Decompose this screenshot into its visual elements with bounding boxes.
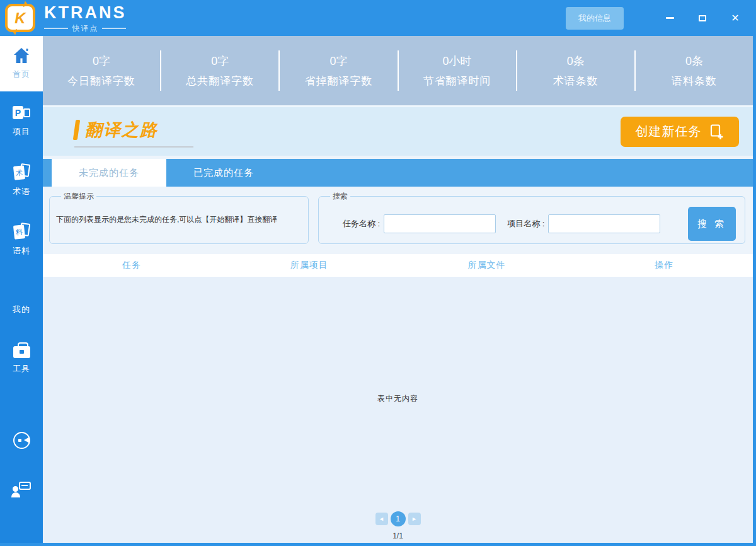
stat-label: 总共翻译字数 bbox=[161, 74, 278, 88]
sidebar-item-project[interactable]: P 项目 bbox=[0, 91, 43, 151]
section-title-band: 翻译之路 创建新任务 bbox=[43, 105, 753, 156]
stat-saved-words: 0字 省掉翻译字数 bbox=[280, 54, 397, 88]
titlebar: K KTRANS 快译点 我的信息 ✕ bbox=[0, 0, 756, 36]
minimize-button[interactable] bbox=[663, 11, 677, 25]
close-icon: ✕ bbox=[731, 13, 739, 23]
project-name-label: 项目名称 : bbox=[507, 218, 544, 229]
task-tabbar: 未完成的任务 已完成的任务 bbox=[43, 159, 753, 187]
profile-icon bbox=[13, 283, 30, 299]
tools-icon bbox=[13, 346, 30, 358]
sidebar-item-terminology[interactable]: 术 术语 bbox=[0, 151, 43, 210]
sidebar-item-label: 项目 bbox=[13, 126, 30, 137]
customer-service-icon[interactable] bbox=[13, 432, 30, 449]
terminology-icon: 术 bbox=[13, 164, 30, 181]
sidebar-item-label: 语料 bbox=[13, 245, 30, 257]
task-table-header: 任务 所属项目 所属文件 操作 bbox=[43, 254, 753, 277]
sidebar-item-tools[interactable]: 工具 bbox=[0, 328, 43, 388]
sidebar-item-corpus[interactable]: 料 语料 bbox=[0, 210, 43, 269]
stat-label: 节省翻译时间 bbox=[399, 74, 516, 88]
sidebar-item-home[interactable]: 首页 bbox=[0, 36, 43, 91]
close-button[interactable]: ✕ bbox=[728, 11, 742, 25]
page-1-button[interactable]: 1 bbox=[391, 511, 406, 526]
sidebar-item-label: 首页 bbox=[13, 69, 30, 80]
my-info-button[interactable]: 我的信息 bbox=[566, 7, 624, 30]
brand-name: KTRANS bbox=[44, 4, 127, 21]
brand-subtitle: 快译点 bbox=[44, 25, 126, 32]
minimize-icon bbox=[666, 17, 674, 19]
project-name-input[interactable] bbox=[548, 214, 660, 233]
column-file: 所属文件 bbox=[398, 260, 576, 271]
stat-today-words: 0字 今日翻译字数 bbox=[43, 54, 160, 88]
tip-text: 下面的列表显示的是您未完成的任务,可以点【开始翻译】直接翻译 bbox=[56, 214, 302, 225]
search-fieldset: 搜索 任务名称 : 项目名称 : 搜 索 bbox=[318, 191, 745, 244]
stat-term-count: 0条 术语条数 bbox=[517, 54, 634, 88]
sidebar: 首页 P 项目 术 术语 料 语料 bbox=[0, 36, 43, 543]
stat-label: 省掉翻译字数 bbox=[280, 74, 397, 88]
stats-bar: 0字 今日翻译字数 0字 总共翻译字数 0字 省掉翻译字数 0小时 节省翻译时间 bbox=[43, 36, 753, 105]
feedback-icon[interactable] bbox=[12, 482, 31, 499]
accent-bar bbox=[73, 120, 80, 140]
create-task-button[interactable]: 创建新任务 bbox=[621, 117, 739, 147]
sidebar-item-label: 工具 bbox=[13, 363, 30, 375]
prev-page-button[interactable]: ◄ bbox=[375, 513, 388, 525]
stat-value: 0字 bbox=[43, 54, 160, 69]
stat-value: 0条 bbox=[517, 54, 634, 69]
maximize-icon bbox=[699, 15, 706, 21]
sidebar-item-label: 术语 bbox=[13, 186, 30, 197]
stat-label: 今日翻译字数 bbox=[43, 74, 160, 88]
empty-table-text: 表中无内容 bbox=[377, 393, 418, 404]
logo-letter: K bbox=[14, 9, 25, 27]
stat-total-words: 0字 总共翻译字数 bbox=[161, 54, 278, 88]
brand-logo: K KTRANS 快译点 bbox=[5, 4, 127, 32]
pagination: ◄ 1 ► bbox=[375, 511, 421, 526]
page-title: 翻译之路 bbox=[85, 119, 158, 141]
column-actions: 操作 bbox=[575, 260, 753, 271]
stat-label: 术语条数 bbox=[517, 74, 634, 88]
new-document-icon bbox=[708, 124, 724, 140]
tab-unfinished-tasks[interactable]: 未完成的任务 bbox=[52, 159, 166, 187]
tab-finished-tasks[interactable]: 已完成的任务 bbox=[166, 159, 281, 187]
main-area: 0字 今日翻译字数 0字 总共翻译字数 0字 省掉翻译字数 0小时 节省翻译时间 bbox=[43, 36, 753, 543]
tip-fieldset: 温馨提示 下面的列表显示的是您未完成的任务,可以点【开始翻译】直接翻译 bbox=[49, 191, 309, 244]
search-legend: 搜索 bbox=[330, 191, 350, 202]
corpus-icon: 料 bbox=[13, 223, 30, 240]
stat-saved-time: 0小时 节省翻译时间 bbox=[399, 54, 516, 88]
stat-value: 0字 bbox=[280, 54, 397, 69]
tip-legend: 温馨提示 bbox=[61, 191, 96, 202]
next-page-button[interactable]: ► bbox=[408, 513, 421, 525]
home-icon bbox=[12, 47, 31, 64]
ktrans-logo-icon: K bbox=[5, 4, 35, 32]
task-name-label: 任务名称 : bbox=[343, 218, 380, 229]
app-window: K KTRANS 快译点 我的信息 ✕ 首页 P bbox=[0, 0, 756, 546]
project-icon: P bbox=[13, 105, 30, 121]
sidebar-item-profile[interactable]: 我的 bbox=[0, 269, 43, 328]
column-task: 任务 bbox=[43, 260, 220, 271]
next-page-icon: ► bbox=[411, 516, 417, 522]
stat-value: 0字 bbox=[161, 54, 278, 69]
prev-page-icon: ◄ bbox=[379, 516, 384, 522]
stat-label: 语料条数 bbox=[636, 74, 753, 88]
stat-value: 0条 bbox=[636, 54, 753, 69]
stat-value: 0小时 bbox=[399, 54, 516, 69]
task-name-input[interactable] bbox=[384, 214, 496, 233]
task-table-body: 表中无内容 ◄ 1 ► 1/1 bbox=[43, 277, 753, 543]
page-summary: 1/1 bbox=[392, 531, 403, 540]
column-project: 所属项目 bbox=[220, 260, 398, 271]
sidebar-item-label: 我的 bbox=[13, 304, 30, 315]
stat-corpus-count: 0条 语料条数 bbox=[636, 54, 753, 88]
search-button[interactable]: 搜 索 bbox=[688, 207, 736, 241]
maximize-button[interactable] bbox=[696, 11, 709, 25]
